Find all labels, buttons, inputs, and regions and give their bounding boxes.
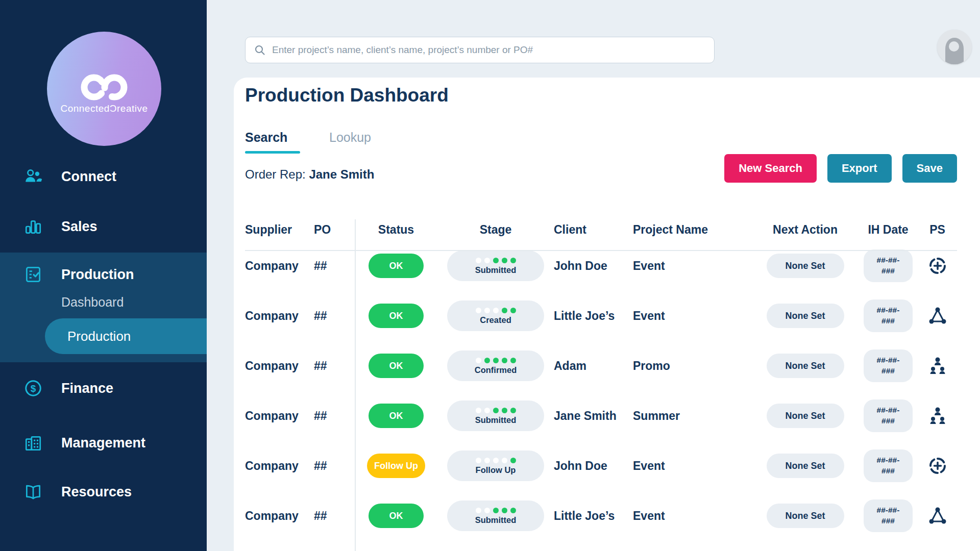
user-avatar[interactable]: [937, 30, 972, 64]
table-header: Supplier PO Status Stage Client Project …: [245, 218, 959, 241]
stage-dot-inactive: [476, 258, 481, 263]
new-search-button[interactable]: New Search: [724, 154, 817, 183]
stage-dot-active: [510, 258, 516, 263]
brand-logo[interactable]: ConnectedƆreative: [47, 32, 161, 146]
col-stage: Stage: [480, 223, 512, 237]
col-next-action: Next Action: [773, 223, 838, 237]
stage-dot-inactive: [476, 408, 481, 413]
ih-date-cell: ##-##- ###: [864, 399, 913, 432]
ih-date-line1: ##-##-: [877, 405, 900, 416]
stage-dot-active: [502, 408, 507, 413]
ih-date-line1: ##-##-: [877, 455, 900, 466]
stage-dot-active: [493, 408, 499, 413]
export-button[interactable]: Export: [827, 154, 892, 183]
global-search: [245, 37, 715, 63]
sidebar-item-management[interactable]: Management: [0, 430, 207, 456]
next-action-pill[interactable]: None Set: [767, 504, 844, 528]
people-group-icon: [927, 406, 948, 426]
tab-search[interactable]: Search: [245, 130, 287, 145]
sidebar-item-resources[interactable]: Resources: [0, 479, 207, 505]
project-cell: Summer: [633, 409, 750, 423]
stage-dot-inactive: [484, 508, 490, 513]
stage-dot-inactive: [493, 458, 499, 463]
table-row[interactable]: Company ## OK Submitted John Doe Event N…: [245, 241, 959, 291]
status-badge: Follow Up: [367, 454, 425, 478]
stage-dot-active: [510, 458, 516, 463]
next-action-pill[interactable]: None Set: [767, 304, 844, 328]
table-row[interactable]: Company ## OK Submitted Jane Smith Summe…: [245, 391, 959, 441]
dollar-circle-icon: $: [23, 379, 43, 398]
ih-date-line2: ###: [881, 366, 895, 377]
sidebar-item-connect[interactable]: Connect: [0, 163, 207, 190]
next-action-pill[interactable]: None Set: [767, 354, 844, 378]
next-action-pill[interactable]: None Set: [767, 254, 844, 278]
sidebar: ConnectedƆreative Connect Sales: [0, 0, 207, 551]
stage-dot-inactive: [493, 308, 499, 313]
next-action-pill[interactable]: None Set: [767, 404, 844, 428]
stage-progress-dots: [476, 308, 516, 313]
table-row[interactable]: Company ## Follow Up Follow Up John Doe …: [245, 441, 959, 491]
ps-cell[interactable]: [927, 506, 948, 526]
sidebar-item-sales[interactable]: Sales: [0, 213, 207, 240]
status-badge: OK: [369, 254, 424, 278]
stage-dot-active: [493, 258, 499, 263]
sidebar-item-production[interactable]: Production: [0, 261, 207, 288]
col-supplier: Supplier: [245, 223, 314, 237]
clipboard-check-icon: [23, 265, 43, 284]
open-book-icon: [23, 482, 43, 502]
client-cell: John Doe: [554, 459, 633, 473]
order-rep-label: Order Rep:: [245, 167, 306, 181]
next-action-pill[interactable]: None Set: [767, 454, 844, 478]
client-cell: Little Joe’s: [554, 309, 633, 323]
save-button[interactable]: Save: [902, 154, 957, 183]
stage-label: Submitted: [475, 516, 517, 524]
search-input[interactable]: [272, 44, 706, 56]
client-cell: Little Joe’s: [554, 509, 633, 523]
triangle-network-icon: [927, 506, 948, 526]
target-add-icon: [927, 456, 948, 476]
ps-cell[interactable]: [927, 406, 948, 426]
svg-text:$: $: [31, 383, 36, 394]
po-cell: ##: [314, 509, 355, 523]
search-icon: [254, 44, 266, 56]
supplier-cell: Company: [245, 459, 314, 473]
stage-pill: Follow Up: [447, 450, 544, 481]
bar-chart-icon: [23, 217, 43, 236]
stage-progress-dots: [476, 358, 516, 363]
tab-lookup[interactable]: Lookup: [329, 130, 371, 145]
target-add-icon: [927, 256, 948, 276]
ps-cell[interactable]: [927, 306, 948, 326]
po-cell: ##: [314, 409, 355, 423]
stage-dot-inactive: [484, 258, 490, 263]
ps-cell[interactable]: [927, 356, 948, 376]
ih-date-cell: ##-##- ###: [864, 499, 913, 532]
table-row[interactable]: Company ## OK Confirmed Adam Promo None …: [245, 341, 959, 391]
stage-dot-active: [493, 358, 499, 363]
sidebar-subitem-production-active[interactable]: Production: [45, 318, 207, 354]
order-rep-name: Jane Smith: [309, 167, 374, 181]
supplier-cell: Company: [245, 509, 314, 523]
ps-cell[interactable]: [927, 256, 948, 276]
order-rep: Order Rep: Jane Smith: [245, 167, 374, 182]
infinity-logo-icon: [74, 72, 135, 102]
stage-dot-active: [510, 408, 516, 413]
table-row[interactable]: Company ## OK Created Little Joe’s Event…: [245, 291, 959, 341]
buildings-icon: [23, 433, 43, 453]
people-icon: [23, 167, 43, 186]
project-cell: Promo: [633, 359, 750, 373]
ps-cell[interactable]: [927, 456, 948, 476]
stage-pill: Submitted: [447, 251, 544, 281]
sidebar-item-finance[interactable]: $ Finance: [0, 375, 207, 402]
stage-pill: Submitted: [447, 400, 544, 431]
sidebar-subitem-dashboard[interactable]: Dashboard: [61, 295, 124, 310]
po-cell: ##: [314, 459, 355, 473]
table-body: Company ## OK Submitted John Doe Event N…: [245, 241, 959, 541]
sidebar-item-label: Connect: [61, 169, 116, 185]
supplier-cell: Company: [245, 359, 314, 373]
stage-dot-active: [502, 258, 507, 263]
stage-dot-active: [502, 358, 507, 363]
supplier-cell: Company: [245, 309, 314, 323]
stage-dot-active: [510, 508, 516, 513]
table-row[interactable]: Company ## OK Submitted Little Joe’s Eve…: [245, 491, 959, 541]
ih-date-line2: ###: [881, 316, 895, 327]
